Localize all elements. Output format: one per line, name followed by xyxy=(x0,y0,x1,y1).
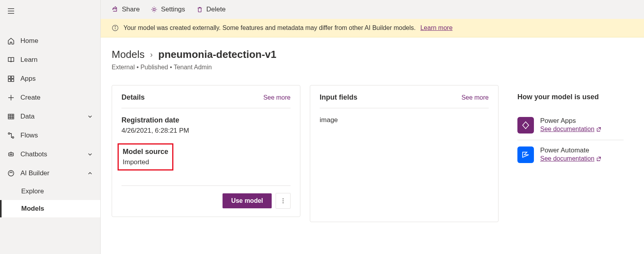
sidebar-item-home[interactable]: Home xyxy=(0,32,100,50)
sidebar-item-label: AI Builder xyxy=(20,169,50,177)
plus-icon xyxy=(7,94,15,102)
delete-button[interactable]: Delete xyxy=(196,6,226,13)
breadcrumb-current: pneumonia-detection-v1 xyxy=(158,48,276,61)
svg-point-27 xyxy=(283,202,284,204)
share-icon xyxy=(112,6,119,13)
hamburger-button[interactable] xyxy=(0,0,100,24)
sidebar-item-label: Home xyxy=(20,37,38,45)
ai-builder-icon xyxy=(7,169,15,177)
power-apps-icon xyxy=(517,117,534,133)
home-icon xyxy=(7,37,15,45)
svg-point-15 xyxy=(12,137,14,138)
learn-more-link[interactable]: Learn more xyxy=(420,24,453,32)
info-text: Your model was created externally. Some … xyxy=(123,24,416,32)
svg-point-17 xyxy=(10,154,11,155)
sidebar-item-flows[interactable]: Flows xyxy=(0,126,100,145)
gear-icon xyxy=(151,6,158,13)
details-title: Details xyxy=(121,93,145,102)
registration-date-value: 4/26/2021, 6:28:21 PM xyxy=(121,127,291,135)
sidebar-item-label: Create xyxy=(20,94,40,102)
power-apps-doc-link[interactable]: See documentation xyxy=(540,126,602,133)
usage-panel: How your model is used Power Apps See do… xyxy=(508,85,633,177)
power-apps-label: Power Apps xyxy=(540,117,602,125)
svg-marker-29 xyxy=(523,152,528,157)
sidebar-item-apps[interactable]: Apps xyxy=(0,69,100,88)
model-source-label: Model source xyxy=(123,148,168,156)
chevron-down-icon xyxy=(87,113,93,120)
input-fields-card: Input fields See more image xyxy=(310,85,499,222)
svg-rect-5 xyxy=(8,79,11,82)
svg-rect-3 xyxy=(8,76,11,78)
more-actions-button[interactable] xyxy=(276,193,291,209)
usage-item-power-apps: Power Apps See documentation xyxy=(517,111,624,140)
toolbar: Share Settings Delete xyxy=(101,0,644,19)
sidebar-item-label: Flows xyxy=(20,132,38,139)
input-fields-title: Input fields xyxy=(320,93,357,102)
chevron-up-icon xyxy=(87,170,93,176)
external-link-icon xyxy=(596,126,602,132)
svg-marker-28 xyxy=(523,122,528,129)
table-icon xyxy=(7,113,15,121)
settings-label: Settings xyxy=(161,6,185,13)
sidebar: Home Learn Apps Create Data Flows xyxy=(0,0,101,254)
menu-icon xyxy=(7,7,15,15)
grid-icon xyxy=(7,75,15,83)
svg-rect-16 xyxy=(9,153,13,156)
sidebar-item-create[interactable]: Create xyxy=(0,88,100,107)
svg-rect-9 xyxy=(8,114,14,119)
info-bar: Your model was created externally. Some … xyxy=(101,19,644,37)
sidebar-sub-models[interactable]: Models xyxy=(0,200,100,217)
chatbot-icon xyxy=(7,150,15,158)
share-label: Share xyxy=(122,6,140,13)
trash-icon xyxy=(196,6,203,13)
model-source-value: Imported xyxy=(123,158,168,166)
use-model-button[interactable]: Use model xyxy=(223,193,272,208)
svg-point-18 xyxy=(11,154,12,155)
sidebar-item-ai-builder[interactable]: AI Builder xyxy=(0,164,100,183)
chevron-down-icon xyxy=(87,151,93,158)
breadcrumb: Models › pneumonia-detection-v1 xyxy=(112,48,633,61)
delete-label: Delete xyxy=(206,6,226,13)
external-link-icon xyxy=(596,156,602,161)
details-card: Details See more Registration date 4/26/… xyxy=(112,85,300,217)
settings-button[interactable]: Settings xyxy=(151,6,185,13)
power-automate-doc-link[interactable]: See documentation xyxy=(540,155,602,162)
svg-point-26 xyxy=(283,200,284,202)
svg-point-14 xyxy=(8,133,10,134)
sidebar-item-label: Data xyxy=(20,113,35,121)
svg-point-24 xyxy=(115,26,115,27)
sidebar-item-label: Learn xyxy=(20,56,37,64)
power-automate-icon xyxy=(517,146,534,163)
sidebar-item-data[interactable]: Data xyxy=(0,107,100,126)
model-meta: External • Published • Tenant Admin xyxy=(112,64,633,71)
sidebar-item-label: Chatbots xyxy=(20,150,47,158)
svg-point-21 xyxy=(153,8,155,10)
input-field-item: image xyxy=(320,116,489,124)
main-content: Share Settings Delete Your model was cre… xyxy=(101,0,644,254)
svg-rect-4 xyxy=(11,76,14,78)
svg-rect-6 xyxy=(11,79,14,82)
sidebar-item-learn[interactable]: Learn xyxy=(0,50,100,69)
sidebar-item-chatbots[interactable]: Chatbots xyxy=(0,145,100,164)
details-see-more-link[interactable]: See more xyxy=(263,94,291,101)
input-see-more-link[interactable]: See more xyxy=(462,94,489,101)
breadcrumb-models[interactable]: Models xyxy=(112,48,145,61)
chevron-right-icon: › xyxy=(150,50,153,59)
svg-point-25 xyxy=(283,198,284,200)
flow-icon xyxy=(7,132,15,139)
sidebar-item-label: Apps xyxy=(20,75,36,83)
share-button[interactable]: Share xyxy=(112,6,140,13)
info-icon xyxy=(112,24,119,32)
more-vertical-icon xyxy=(280,198,286,204)
svg-point-20 xyxy=(8,171,14,176)
usage-item-power-automate: Power Automate See documentation xyxy=(517,140,624,169)
model-source-highlight: Model source Imported xyxy=(118,143,173,171)
usage-title: How your model is used xyxy=(517,93,624,101)
power-automate-label: Power Automate xyxy=(540,146,602,154)
registration-date-label: Registration date xyxy=(121,116,291,124)
book-icon xyxy=(7,56,15,64)
sidebar-sub-explore[interactable]: Explore xyxy=(0,183,100,200)
